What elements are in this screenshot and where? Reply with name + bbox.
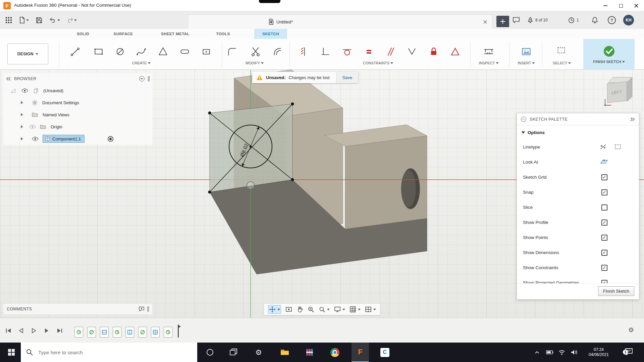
show-projected-checkbox[interactable]: ✓ <box>601 280 607 284</box>
perpendicular-constraint-button[interactable] <box>404 44 420 60</box>
point-tool-button[interactable] <box>198 44 215 60</box>
insert-image-button[interactable] <box>518 44 535 60</box>
insert-dropdown[interactable]: INSERT <box>518 61 535 65</box>
collapse-panel-icon[interactable] <box>6 77 11 81</box>
comments-grip[interactable] <box>147 306 149 312</box>
action-center-button[interactable]: 1 <box>621 343 637 362</box>
finish-sketch-button[interactable]: FINISH SKETCH <box>583 39 635 70</box>
tangent-constraint-button[interactable] <box>339 44 356 60</box>
show-profile-checkbox[interactable]: ✓ <box>601 220 607 226</box>
tab-surface[interactable]: SURFACE <box>107 29 139 39</box>
zoom-tool-button[interactable] <box>308 306 314 313</box>
select-dropdown[interactable]: SELECT <box>553 61 571 65</box>
winrar-app-icon[interactable] <box>301 343 318 362</box>
visibility-eye-icon[interactable] <box>29 125 36 129</box>
inspect-measure-button[interactable] <box>480 44 497 60</box>
browser-item-component1[interactable]: Component1:1 <box>3 133 152 145</box>
taskbar-search[interactable] <box>21 343 197 362</box>
centerline-icon[interactable] <box>614 143 622 151</box>
browser-item-document-settings[interactable]: Document Settings <box>3 97 152 109</box>
fix-lock-constraint-button[interactable] <box>425 44 442 60</box>
show-points-checkbox[interactable]: ✓ <box>601 235 607 241</box>
grid-settings-button[interactable] <box>350 306 361 313</box>
undo-button[interactable] <box>47 14 62 26</box>
document-tab[interactable]: Untitled* <box>188 14 492 29</box>
taskbar-clock[interactable]: 07:24 04/06/2021 <box>584 343 613 362</box>
timeline-sketch-feature-icon[interactable] <box>164 327 172 338</box>
show-dimensions-checkbox[interactable]: ✓ <box>601 250 607 256</box>
constraints-dropdown[interactable]: CONSTRAINTS <box>363 61 393 65</box>
wifi-icon[interactable] <box>556 343 568 362</box>
select-tool-button[interactable] <box>553 44 570 60</box>
trim-tool-button[interactable] <box>247 44 264 60</box>
bell-button[interactable] <box>592 14 598 26</box>
battery-icon[interactable] <box>544 343 555 362</box>
display-settings-button[interactable] <box>334 306 345 313</box>
timeline-sketch-feature-icon[interactable] <box>100 327 109 338</box>
comments-panel[interactable]: COMMENTS <box>3 304 152 314</box>
snap-checkbox[interactable]: ✓ <box>601 189 607 195</box>
timeline-go-start-button[interactable] <box>3 325 13 336</box>
help-button[interactable]: ? <box>608 14 616 26</box>
midpoint-constraint-button[interactable] <box>296 44 312 60</box>
fusion360-app-icon[interactable]: F <box>352 343 369 362</box>
selected-component[interactable]: Component1:1 <box>43 135 85 143</box>
activate-component-radio[interactable] <box>108 136 113 142</box>
tray-chevron-icon[interactable] <box>532 343 542 362</box>
inspect-dropdown[interactable]: INSPECT <box>479 61 499 65</box>
timeline-play-button[interactable] <box>29 325 39 336</box>
fit-tool-button[interactable] <box>319 306 330 313</box>
add-comment-icon[interactable] <box>139 306 145 312</box>
timeline-settings-gear-icon[interactable]: ⚙ <box>628 326 634 334</box>
construction-line-icon[interactable] <box>599 143 607 151</box>
timeline-sketch-feature-icon[interactable] <box>138 327 147 338</box>
visibility-eye-icon[interactable] <box>21 88 28 93</box>
redo-button[interactable] <box>64 14 79 26</box>
account-avatar[interactable]: KH <box>623 14 634 26</box>
tab-solid[interactable]: SOLID <box>69 29 97 39</box>
modify-dropdown[interactable]: MODIFY <box>246 61 264 65</box>
expand-arrow-icon[interactable] <box>21 137 23 140</box>
show-constraints-checkbox[interactable]: ✓ <box>601 265 607 271</box>
browser-collapse-icon[interactable] <box>139 76 145 81</box>
cortana-button[interactable] <box>201 343 219 362</box>
timeline-go-end-button[interactable] <box>54 325 64 336</box>
timeline-sketch-feature-icon[interactable] <box>113 327 121 338</box>
slice-checkbox[interactable] <box>601 204 607 210</box>
start-button[interactable] <box>3 343 20 362</box>
save-button[interactable] <box>33 14 45 26</box>
close-button[interactable] <box>629 0 644 11</box>
slot-tool-button[interactable] <box>176 44 193 60</box>
palette-options-section[interactable]: Options <box>517 125 639 139</box>
viewcube[interactable]: LEFT <box>603 74 637 107</box>
c-app-icon[interactable]: C <box>376 343 393 362</box>
browser-item-named-views[interactable]: Named Views <box>3 109 152 121</box>
settings-app-icon[interactable]: ⚙ <box>250 343 267 362</box>
dock-right-icon[interactable] <box>630 117 635 121</box>
finish-sketch-palette-button[interactable]: Finish Sketch <box>598 286 634 296</box>
horizontal-vertical-constraint-button[interactable] <box>317 44 334 60</box>
restore-button[interactable] <box>613 0 629 11</box>
warning-save-button[interactable]: Save <box>336 72 359 83</box>
app-grid-icon[interactable] <box>3 14 15 26</box>
timeline-sketch-feature-icon[interactable] <box>151 327 160 338</box>
palette-collapse-icon[interactable] <box>521 117 526 122</box>
browser-item-origin[interactable]: Origin <box>3 121 152 133</box>
timeline-position-marker[interactable] <box>178 325 179 338</box>
equal-constraint-button[interactable] <box>361 44 377 60</box>
chrome-app-icon[interactable] <box>326 343 343 362</box>
orbit-tool-button[interactable] <box>268 305 281 314</box>
viewport-canvas[interactable]: Ø8.02 BROWSER (Unsaved) <box>0 70 644 318</box>
visibility-eye-icon[interactable] <box>32 137 39 141</box>
comments-toggle-button[interactable] <box>513 14 520 26</box>
line-tool-button[interactable] <box>67 44 84 60</box>
sketch-grid-checkbox[interactable]: ✓ <box>601 174 607 180</box>
workspace-selector[interactable]: DESIGN <box>7 44 48 64</box>
task-view-button[interactable] <box>225 343 242 362</box>
tab-close-icon[interactable] <box>481 18 489 25</box>
fillet-tool-button[interactable] <box>224 44 240 60</box>
notifications-clock-button[interactable]: 1 <box>568 14 579 26</box>
expand-arrow-icon[interactable] <box>21 113 23 116</box>
symmetry-constraint-button[interactable] <box>447 44 464 60</box>
timeline-step-back-button[interactable] <box>16 325 26 336</box>
